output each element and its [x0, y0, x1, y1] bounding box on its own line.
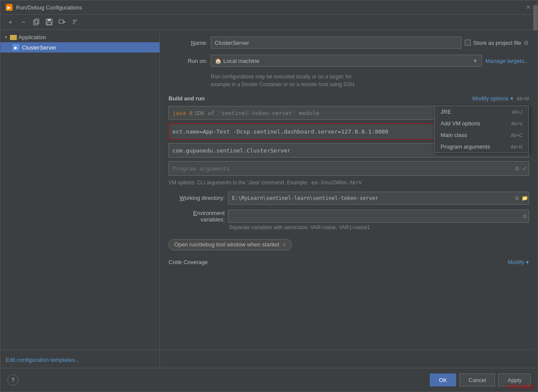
- store-as-project-checkbox[interactable]: [465, 40, 471, 46]
- working-dir-container: ⧉ 📁: [228, 192, 529, 205]
- group-arrow-icon: ▼: [4, 35, 8, 40]
- code-coverage-title: Code Coverage: [169, 259, 208, 265]
- env-vars-row: Environment variables: ⧉: [169, 210, 529, 223]
- help-button[interactable]: ?: [7, 374, 19, 386]
- prog-args-copy-btn[interactable]: ⧉: [513, 165, 521, 172]
- sdk-java-label: java 8: [172, 110, 193, 116]
- dropdown-item-main-class-shortcut: Alt+C: [511, 133, 522, 138]
- modify-chevron-icon: ▾: [526, 259, 529, 265]
- dropdown-item-add-vm-shortcut: Alt+V: [511, 121, 522, 126]
- sort-config-button[interactable]: [70, 17, 80, 27]
- prog-args-expand-btn[interactable]: ⤢: [521, 165, 529, 172]
- dropdown-item-program-args-label: Program arguments: [441, 143, 490, 150]
- sdk-description: SDK of 'sentinel-token-server' module: [194, 110, 319, 116]
- name-label-text: Name:: [191, 40, 207, 46]
- sidebar-group-label: Application: [19, 34, 46, 40]
- title-bar-left: ▶ Run/Debug Configurations: [6, 4, 82, 11]
- desc-line1: Run configurations may be executed local…: [211, 74, 356, 87]
- sidebar-item-label: ClusterServer: [22, 44, 56, 51]
- dropdown-item-add-vm[interactable]: Add VM options Alt+V: [435, 118, 529, 129]
- code-coverage-modify-link[interactable]: Modify ▾: [508, 259, 529, 265]
- chip-close-btn[interactable]: ×: [283, 241, 286, 248]
- working-dir-label: Working directory:: [169, 195, 225, 201]
- name-label: Name:: [169, 40, 207, 46]
- chip-label: Open run/debug tool window when started: [174, 241, 279, 248]
- dialog-title: Run/Debug Configurations: [16, 4, 82, 11]
- build-run-title: Build and run: [169, 95, 205, 102]
- footer-left: ?: [7, 374, 19, 386]
- move-config-button[interactable]: [57, 17, 67, 27]
- store-as-project-area: Store as project file ⚙: [465, 40, 529, 46]
- svg-rect-3: [47, 19, 51, 21]
- modify-options-chevron: ▾: [510, 95, 513, 102]
- open-window-chip[interactable]: Open run/debug tool window when started …: [169, 239, 292, 250]
- dropdown-item-program-args-shortcut: Alt+R: [511, 144, 522, 149]
- app-folder-icon: [10, 35, 17, 40]
- cancel-button[interactable]: Cancel: [460, 373, 495, 386]
- working-dir-browse-btn[interactable]: 📁: [521, 194, 529, 202]
- svg-rect-5: [59, 20, 63, 23]
- working-dir-row: Working directory: ⧉ 📁: [169, 192, 529, 205]
- save-config-button[interactable]: [44, 17, 54, 27]
- store-gear-icon: ⚙: [524, 40, 529, 46]
- title-bar: ▶ Run/Debug Configurations ×: [0, 0, 538, 15]
- dropdown-item-add-vm-label: Add VM options: [441, 120, 480, 127]
- app-icon: ▶: [6, 4, 13, 11]
- modify-options-dropdown: JRE Alt+J Add VM options Alt+V Main clas…: [434, 106, 529, 153]
- watermark: CSDN @猛总: [505, 383, 534, 390]
- run-on-dropdown[interactable]: 🏠 Local machine ▼: [211, 55, 482, 67]
- dropdown-item-main-class-label: Main class: [441, 132, 467, 138]
- close-button[interactable]: ×: [526, 4, 532, 10]
- run-on-value: Local machine: [223, 58, 260, 64]
- svg-rect-0: [34, 20, 38, 25]
- run-on-row: Run on: 🏠 Local machine ▼ Manage targets…: [169, 55, 529, 67]
- toolbar: + −: [0, 15, 538, 30]
- dropdown-item-main-class[interactable]: Main class Alt+C: [435, 129, 529, 141]
- env-vars-container: ⧉: [228, 210, 529, 223]
- dropdown-arrow-icon: ▼: [472, 58, 478, 64]
- modify-label: Modify: [508, 259, 524, 265]
- add-config-button[interactable]: +: [6, 17, 15, 27]
- working-dir-input[interactable]: [228, 192, 513, 204]
- svg-rect-1: [35, 19, 39, 24]
- prog-args-input[interactable]: [169, 162, 513, 175]
- ok-button[interactable]: OK: [430, 373, 456, 386]
- dropdown-item-jre[interactable]: JRE Alt+J: [435, 106, 529, 118]
- env-vars-edit-btn[interactable]: ⧉: [521, 212, 529, 220]
- svg-rect-4: [47, 22, 51, 25]
- copy-config-button[interactable]: [31, 17, 41, 27]
- name-row: Name: Store as project file ⚙: [169, 37, 529, 49]
- main-content: ▼ Application ▶ ClusterServer Edit confi…: [0, 30, 538, 368]
- run-on-label: Run on:: [169, 58, 207, 64]
- description-text: Run configurations may be executed local…: [211, 73, 529, 88]
- run-debug-dialog: ▶ Run/Debug Configurations × + −: [0, 0, 538, 392]
- env-vars-label: Environment variables:: [169, 210, 225, 223]
- modify-options-label: Modify options: [472, 95, 509, 102]
- working-dir-copy-btn[interactable]: ⧉: [513, 194, 521, 202]
- name-input[interactable]: [211, 37, 461, 49]
- cluster-server-icon: ▶: [13, 44, 19, 51]
- right-panel: Name: Store as project file ⚙ Run on: 🏠 …: [160, 30, 538, 368]
- manage-targets-link[interactable]: Manage targets...: [485, 58, 529, 64]
- sidebar: ▼ Application ▶ ClusterServer Edit confi…: [0, 30, 160, 368]
- remove-config-button[interactable]: −: [19, 17, 28, 27]
- vm-options-hint: VM options. CLI arguments to the 'Java' …: [169, 179, 529, 187]
- env-vars-hint: Separate variables with semicolon: VAR=v…: [229, 224, 529, 230]
- code-coverage-row: Code Coverage Modify ▾: [169, 259, 529, 265]
- scrollbar[interactable]: [533, 30, 538, 368]
- home-icon: 🏠: [215, 58, 222, 64]
- scrollbar-thumb: [533, 30, 538, 31]
- section-header: Build and run Modify options ▾ Alt+M: [169, 95, 529, 102]
- build-run-section: Build and run Modify options ▾ Alt+M JRE…: [169, 95, 529, 265]
- modify-options-shortcut: Alt+M: [517, 96, 529, 101]
- dialog-footer: ? OK Cancel Apply: [0, 368, 538, 392]
- sidebar-group-application: ▼ Application ▶ ClusterServer: [0, 31, 160, 53]
- prog-args-container: ⧉ ⤢: [169, 161, 529, 176]
- dropdown-item-jre-shortcut: Alt+J: [512, 109, 522, 115]
- dropdown-item-jre-label: JRE: [441, 109, 451, 115]
- sidebar-item-clusterserver[interactable]: ▶ ClusterServer: [0, 42, 160, 53]
- dropdown-item-program-args[interactable]: Program arguments Alt+R: [435, 141, 529, 152]
- env-vars-input[interactable]: [228, 210, 521, 222]
- sidebar-group-header[interactable]: ▼ Application: [0, 32, 160, 42]
- modify-options-link[interactable]: Modify options ▾ Alt+M: [472, 95, 529, 102]
